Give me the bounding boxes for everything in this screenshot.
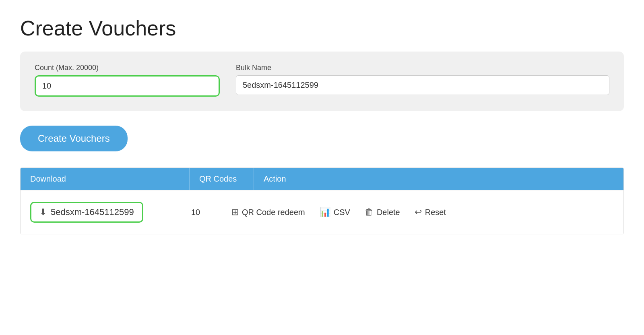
qr-code-redeem-label: QR Code redeem bbox=[242, 208, 305, 217]
table-header-action: Action bbox=[254, 168, 623, 190]
count-field-group: Count (Max. 20000) bbox=[35, 64, 220, 97]
table-cell-download: ⬇ 5edsxm-1645112599 bbox=[30, 202, 183, 223]
download-filename: 5edsxm-1645112599 bbox=[51, 207, 134, 217]
table-cell-actions: ⊞ QR Code redeem 📊 CSV 🗑 Delete ↩ Reset bbox=[231, 207, 614, 217]
qr-code-redeem-button[interactable]: ⊞ QR Code redeem bbox=[231, 207, 305, 217]
download-link[interactable]: ⬇ 5edsxm-1645112599 bbox=[30, 202, 143, 223]
table-row: ⬇ 5edsxm-1645112599 10 ⊞ QR Code redeem … bbox=[21, 190, 623, 234]
csv-label: CSV bbox=[334, 208, 350, 217]
vouchers-table: Download QR Codes Action ⬇ 5edsxm-164511… bbox=[20, 168, 624, 234]
delete-label: Delete bbox=[377, 208, 400, 217]
csv-button[interactable]: 📊 CSV bbox=[320, 207, 350, 217]
download-icon: ⬇ bbox=[39, 207, 47, 217]
qr-code-icon: ⊞ bbox=[231, 207, 239, 217]
table-cell-count: 10 bbox=[191, 208, 223, 217]
trash-icon: 🗑 bbox=[365, 207, 374, 217]
count-label: Count (Max. 20000) bbox=[35, 64, 220, 72]
reset-button[interactable]: ↩ Reset bbox=[415, 207, 446, 217]
page-title: Create Vouchers bbox=[20, 16, 624, 40]
form-row: Count (Max. 20000) Bulk Name bbox=[35, 64, 609, 97]
bulk-name-label: Bulk Name bbox=[236, 64, 609, 72]
table-header-qr-codes: QR Codes bbox=[190, 168, 254, 190]
table-header-download: Download bbox=[21, 168, 190, 190]
bulk-name-input[interactable] bbox=[236, 75, 609, 95]
csv-icon: 📊 bbox=[320, 207, 330, 217]
form-panel: Count (Max. 20000) Bulk Name bbox=[20, 52, 624, 111]
bulk-name-field-group: Bulk Name bbox=[236, 64, 609, 95]
table-header: Download QR Codes Action bbox=[21, 168, 623, 190]
delete-button[interactable]: 🗑 Delete bbox=[365, 207, 400, 217]
reset-icon: ↩ bbox=[415, 207, 422, 217]
reset-label: Reset bbox=[425, 208, 446, 217]
count-input[interactable] bbox=[35, 75, 220, 97]
create-vouchers-button[interactable]: Create Vouchers bbox=[20, 126, 128, 151]
